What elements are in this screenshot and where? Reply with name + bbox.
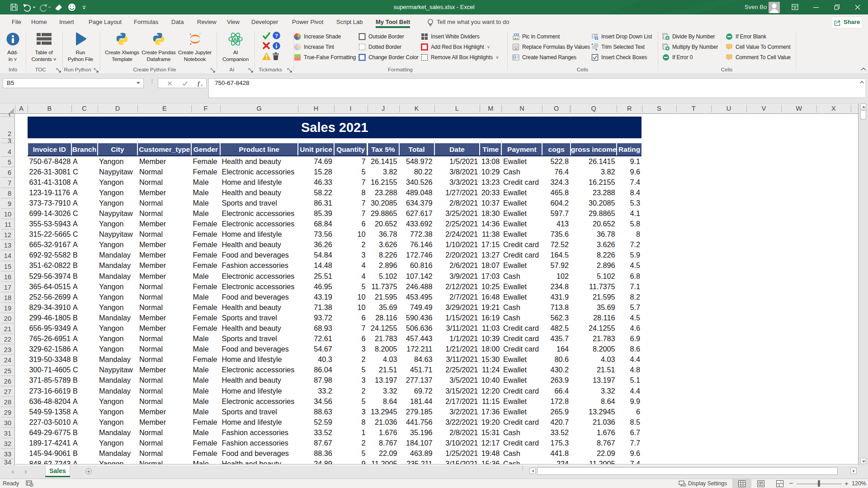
svg-text:x: x bbox=[200, 83, 203, 87]
svg-text:f: f bbox=[198, 80, 200, 87]
svg-text:a: a bbox=[515, 47, 517, 50]
svg-text:?: ? bbox=[275, 33, 278, 38]
svg-text:AI: AI bbox=[233, 36, 238, 42]
svg-text:XYZ: XYZ bbox=[514, 33, 519, 36]
